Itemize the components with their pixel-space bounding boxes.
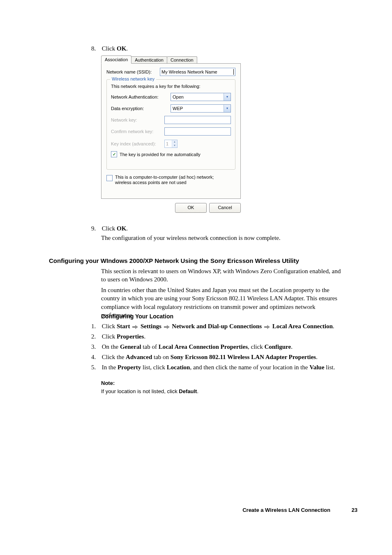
property-bold: Property <box>118 364 141 371</box>
netdial-bold: Network and Dial-up Connections <box>172 323 262 329</box>
t: In the <box>102 364 118 371</box>
loc-step-4-num: 4. <box>91 354 100 361</box>
step-9: 9. Click OK. <box>91 224 342 233</box>
t: , and then click the name of your locati… <box>190 364 309 371</box>
t: On the <box>102 343 120 350</box>
step-9-bold: OK <box>117 225 126 232</box>
enc-row: Data encryption: WEP ▾ <box>111 104 231 113</box>
spin-up-icon[interactable]: ▲ <box>172 140 177 144</box>
t: list, click <box>141 364 167 371</box>
adhoc-row: This is a computer-to-computer (ad hoc) … <box>106 175 235 185</box>
tab-association-label: Association <box>105 57 128 62</box>
page-footer: Create a Wireless LAN Connection 23 <box>0 507 357 513</box>
loc-step-1: 1. Click Start Settings Network and Dial… <box>91 323 358 330</box>
wireless-key-legend: Wireless network key <box>110 76 156 81</box>
tab-association[interactable]: Association <box>101 55 131 64</box>
location-steps: 1. Click Start Settings Network and Dial… <box>91 323 358 374</box>
keyindex-spin[interactable]: 1 ▲ ▼ <box>164 140 178 148</box>
loc-step-2-body: Click Properties. <box>102 333 357 340</box>
t: . <box>291 343 293 350</box>
auth-value: Open <box>171 94 224 99</box>
arrow-right-icon <box>264 325 270 329</box>
tab-panel-association: Network name (SSID): My Wireless Network… <box>101 63 241 199</box>
configure-bold: Configure <box>264 343 291 350</box>
adhoc-label: This is a computer-to-computer (ad hoc) … <box>115 175 230 185</box>
loc-step-5: 5. In the Property list, click Location,… <box>91 364 358 371</box>
t: tab on <box>152 354 171 360</box>
netkey-input[interactable] <box>164 116 231 124</box>
adhoc-checkbox[interactable] <box>106 175 113 181</box>
loc-step-3-num: 3. <box>91 343 100 350</box>
tab-authentication[interactable]: Authentication <box>131 56 167 63</box>
t: Click the <box>102 354 126 360</box>
t: list. <box>324 364 335 371</box>
step-9-suffix: . <box>126 225 128 232</box>
auth-combo-button[interactable]: ▾ <box>224 93 231 101</box>
loc-step-1-body: Click Start Settings Network and Dial-up… <box>102 323 357 330</box>
netkey-label: Network key: <box>111 117 164 122</box>
subsection-heading: Configuring Your Location <box>101 313 173 320</box>
t: . <box>197 388 198 394</box>
footer-title: Create a Wireless LAN Connection <box>242 507 330 513</box>
tab-strip: Association Authentication Connection <box>101 55 241 63</box>
enc-combo[interactable]: WEP ▾ <box>171 104 231 113</box>
keyindex-row: Key index (advanced): 1 ▲ ▼ <box>111 140 231 148</box>
loc-step-5-body: In the Property list, click Location, an… <box>102 364 357 371</box>
step-8-bold: OK <box>117 45 126 52</box>
step-9-followup: The configuration of your wireless netwo… <box>101 234 342 242</box>
location-bold: Location <box>167 364 190 371</box>
autokey-checkbox[interactable]: ✓ <box>111 151 117 157</box>
auth-combo[interactable]: Open ▾ <box>171 93 231 101</box>
tab-connection[interactable]: Connection <box>167 56 197 63</box>
advanced-bold: Advanced <box>126 354 152 360</box>
general-bold: General <box>120 343 141 350</box>
loc-step-3-body: On the General tab of Local Area Connect… <box>102 343 357 350</box>
confirm-label: Confirm network key: <box>111 129 164 134</box>
ssid-value: My Wireless Network Name <box>161 69 217 74</box>
step-8: 8. Click OK. <box>91 45 128 52</box>
tab-authentication-label: Authentication <box>135 58 164 62</box>
loc-step-5-num: 5. <box>91 364 100 371</box>
auth-row: Network Authentication: Open ▾ <box>111 93 231 101</box>
netkey-row: Network key: <box>111 116 231 124</box>
t: . <box>333 323 334 329</box>
wireless-key-fieldset: Wireless network key This network requir… <box>106 79 235 170</box>
confirm-row: Confirm network key: <box>111 127 231 136</box>
wireless-properties-dialog: Association Authentication Connection Ne… <box>101 55 241 217</box>
cancel-button[interactable]: Cancel <box>209 203 241 213</box>
ok-button-label: OK <box>188 205 194 210</box>
keyindex-value: 1 <box>165 140 172 147</box>
t: . <box>144 333 145 340</box>
step-9-number: 9. <box>91 224 100 233</box>
loc-step-2-num: 2. <box>91 333 100 340</box>
wireless-key-intro: This network requires a key for the foll… <box>111 84 231 89</box>
loc-step-3: 3. On the General tab of Local Area Conn… <box>91 343 358 350</box>
chevron-down-icon: ▾ <box>226 95 228 99</box>
ok-button[interactable]: OK <box>175 203 207 213</box>
enc-label: Data encryption: <box>111 106 171 111</box>
confirm-input[interactable] <box>164 127 231 136</box>
t: Click <box>102 323 117 329</box>
value-bold: Value <box>309 364 324 371</box>
tab-connection-label: Connection <box>171 58 194 62</box>
enc-combo-button[interactable]: ▾ <box>224 105 231 112</box>
footer-page-number: 23 <box>352 507 357 513</box>
t: If your location is not listed, click <box>101 388 179 394</box>
settings-bold: Settings <box>141 323 161 329</box>
ssid-input[interactable]: My Wireless Network Name <box>160 68 235 76</box>
dialog-buttons: OK Cancel <box>101 203 241 213</box>
default-bold: Default <box>179 388 197 394</box>
t: . <box>316 354 318 360</box>
enc-value: WEP <box>171 106 224 111</box>
lac-bold: Local Area Connection <box>272 323 333 329</box>
spin-down-icon[interactable]: ▼ <box>172 144 177 147</box>
lacprops-bold: Local Area Connection Properties <box>159 343 248 350</box>
note-block: Note: If your location is not listed, cl… <box>101 380 198 395</box>
autokey-label: The key is provided for me automatically <box>120 152 201 157</box>
auth-label: Network Authentication: <box>111 94 171 99</box>
section-heading: Configuring your WIndows 2000/XP Network… <box>49 257 299 264</box>
t: tab of <box>141 343 159 350</box>
loc-step-4-body: Click the Advanced tab on Sony Ericsson … <box>102 354 357 361</box>
steps-after-dialog: 9. Click OK. The configuration of your w… <box>91 224 342 242</box>
chevron-down-icon: ▾ <box>226 107 228 110</box>
